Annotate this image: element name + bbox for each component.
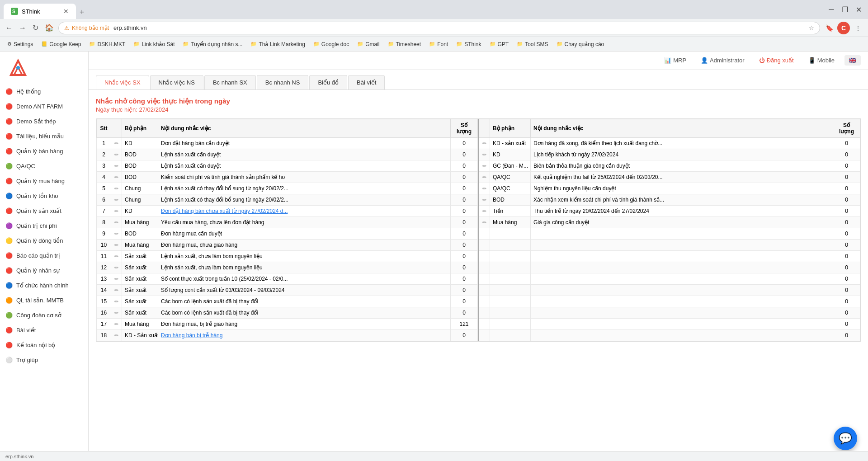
cell-edit-icon[interactable]: ✏ xyxy=(111,138,122,149)
close-button[interactable]: ✕ xyxy=(853,4,864,15)
flag-button[interactable]: 🇬🇧 xyxy=(844,55,861,66)
cell-edit-icon[interactable]: ✏ xyxy=(111,251,122,262)
bookmark-font[interactable]: 📁 Font xyxy=(425,40,452,49)
edit-icon[interactable]: ✏ xyxy=(114,265,118,270)
edit-icon[interactable]: ✏ xyxy=(482,163,486,169)
sidebar-item-tai-san[interactable]: 🟠 QL tài sản, MMTB xyxy=(0,293,88,308)
edit-icon[interactable]: ✏ xyxy=(114,197,118,202)
chat-fab-button[interactable]: 💬 xyxy=(834,427,857,450)
cell-edit-icon[interactable]: ✏ xyxy=(479,194,490,206)
app-logo[interactable] xyxy=(0,52,88,84)
home-button[interactable]: 🏠 xyxy=(43,22,56,34)
cell-edit-icon[interactable]: ✏ xyxy=(111,183,122,194)
noidung-link[interactable]: Đơn hàng bán bị trễ hàng xyxy=(161,332,222,339)
bookmark-tuyen-dung[interactable]: 📁 Tuyển dụng nhân s... xyxy=(179,40,246,49)
cell-edit-icon[interactable]: ✏ xyxy=(111,172,122,183)
sidebar-item-ke-toan[interactable]: 🔴 Kế toán nội bộ xyxy=(0,338,88,353)
cell-edit-icon[interactable] xyxy=(479,319,490,330)
bookmark-google-keep[interactable]: 📒 Google Keep xyxy=(38,40,85,49)
bookmark-star[interactable]: ☆ xyxy=(809,24,814,31)
sidebar-item-nhan-su[interactable]: 🔴 Quản lý nhân sự xyxy=(0,263,88,278)
sidebar-item-bao-cao[interactable]: 🔴 Báo cáo quản trị xyxy=(0,248,88,263)
bookmark-timesheet[interactable]: 📁 Timesheet xyxy=(384,40,425,49)
cell-edit-icon[interactable]: ✏ xyxy=(111,330,122,341)
cell-edit-icon[interactable]: ✏ xyxy=(479,149,490,160)
bookmark-gmail[interactable]: 📁 Gmail xyxy=(354,40,383,49)
edit-icon[interactable]: ✏ xyxy=(482,152,486,157)
bookmark-chay-quang-cao[interactable]: 📁 Chay quảng cáo xyxy=(553,40,608,49)
edit-icon[interactable]: ✏ xyxy=(114,299,118,304)
tab-bai-viet[interactable]: Bài viết xyxy=(348,75,385,89)
sidebar-item-hanh-chinh[interactable]: 🔵 Tổ chức hành chính xyxy=(0,278,88,293)
cell-edit-icon[interactable] xyxy=(479,273,490,285)
edit-icon[interactable]: ✏ xyxy=(114,152,118,157)
edit-icon[interactable]: ✏ xyxy=(482,186,486,191)
address-bar[interactable]: ⚠ Không bảo mật erp.sthink.vn ☆ xyxy=(58,22,820,34)
edit-icon[interactable]: ✏ xyxy=(114,174,118,180)
cell-edit-icon[interactable]: ✏ xyxy=(111,307,122,319)
cell-edit-icon[interactable] xyxy=(479,228,490,240)
mobile-button[interactable]: 📱 Mobile xyxy=(804,55,839,66)
cell-edit-icon[interactable] xyxy=(479,307,490,319)
sidebar-item-qaqc[interactable]: 🟢 QA/QC xyxy=(0,159,88,174)
cell-noidung[interactable]: Đơn hàng bán bị trễ hàng xyxy=(158,330,451,341)
edit-icon[interactable]: ✏ xyxy=(114,208,118,214)
cell-edit-icon[interactable] xyxy=(479,330,490,341)
cell-edit-icon[interactable]: ✏ xyxy=(111,319,122,330)
edit-icon[interactable]: ✏ xyxy=(114,333,118,338)
minimize-button[interactable]: ─ xyxy=(826,4,837,15)
sidebar-item-dong-tien[interactable]: 🟡 Quản lý dòng tiền xyxy=(0,233,88,248)
edit-icon[interactable]: ✏ xyxy=(114,186,118,191)
back-button[interactable]: ← xyxy=(4,22,14,34)
edit-icon[interactable]: ✏ xyxy=(482,174,486,180)
bookmark-link-khao-sat[interactable]: 📁 Link khảo Sát xyxy=(130,40,178,49)
active-tab[interactable]: S SThink ✕ xyxy=(4,4,76,19)
cell-edit-icon[interactable]: ✏ xyxy=(479,206,490,217)
mrp-button[interactable]: 📊 MRP xyxy=(660,55,691,66)
edit-icon[interactable]: ✏ xyxy=(114,242,118,248)
sidebar-item-san-xuat[interactable]: 🔴 Quản lý sản xuất xyxy=(0,203,88,218)
admin-button[interactable]: 👤 Administrator xyxy=(696,55,749,66)
edit-icon[interactable]: ✏ xyxy=(114,321,118,327)
edit-icon[interactable]: ✏ xyxy=(114,310,118,315)
noidung-link[interactable]: Đơn đặt hàng bán chưa xuất từ ngày 27/02… xyxy=(161,208,288,214)
tab-nhac-viec-sx[interactable]: Nhắc việc SX xyxy=(96,75,149,90)
bookmark-settings[interactable]: ⚙ Settings xyxy=(4,40,37,49)
bookmark-gpt[interactable]: 📁 GPT xyxy=(486,40,513,49)
edit-icon[interactable]: ✏ xyxy=(114,163,118,169)
cell-edit-icon[interactable]: ✏ xyxy=(479,138,490,149)
cell-edit-icon[interactable]: ✏ xyxy=(479,217,490,228)
cell-edit-icon[interactable]: ✏ xyxy=(479,172,490,183)
edit-icon[interactable]: ✏ xyxy=(114,231,118,236)
cell-edit-icon[interactable] xyxy=(479,240,490,251)
sidebar-item-chi-phi[interactable]: 🟣 Quản trị chi phí xyxy=(0,218,88,233)
bookmark-tha-link[interactable]: 📁 Thả Link Marketing xyxy=(247,40,308,49)
tab-close-button[interactable]: ✕ xyxy=(63,8,69,15)
cell-edit-icon[interactable]: ✏ xyxy=(111,149,122,160)
sidebar-item-quan-ly-ban-hang[interactable]: 🔴 Quản lý bán hàng xyxy=(0,144,88,159)
cell-edit-icon[interactable]: ✏ xyxy=(111,296,122,307)
edit-icon[interactable]: ✏ xyxy=(114,254,118,259)
cell-edit-icon[interactable]: ✏ xyxy=(111,194,122,206)
bookmark-tool-sms[interactable]: 📁 Tool SMS xyxy=(513,40,552,49)
cell-noidung[interactable]: Đơn đặt hàng bán chưa xuất từ ngày 27/02… xyxy=(158,206,451,217)
edit-icon[interactable]: ✏ xyxy=(482,141,486,146)
edit-icon[interactable]: ✏ xyxy=(114,276,118,282)
cell-edit-icon[interactable] xyxy=(479,251,490,262)
cell-edit-icon[interactable]: ✏ xyxy=(111,206,122,217)
bookmark-dskh[interactable]: 📁 DSKH.MKT xyxy=(85,40,129,49)
sidebar-item-quan-ly-mua-hang[interactable]: 🔴 Quản lý mua hàng xyxy=(0,174,88,188)
tab-nhac-viec-ns[interactable]: Nhắc việc NS xyxy=(150,75,203,89)
cell-edit-icon[interactable]: ✏ xyxy=(111,228,122,240)
sidebar-item-demo-ant-farm[interactable]: 🔴 Demo ANT FARM xyxy=(0,99,88,114)
sidebar-item-ton-kho[interactable]: 🔵 Quản lý tồn kho xyxy=(0,188,88,203)
reload-button[interactable]: ↻ xyxy=(31,22,40,34)
logout-button[interactable]: ⏻ Đăng xuất xyxy=(755,55,798,66)
profile-button[interactable]: C xyxy=(837,22,850,34)
cell-edit-icon[interactable] xyxy=(479,262,490,273)
cell-edit-icon[interactable]: ✏ xyxy=(111,240,122,251)
edit-icon[interactable]: ✏ xyxy=(114,141,118,146)
new-tab-button[interactable]: + xyxy=(76,6,88,19)
cell-edit-icon[interactable]: ✏ xyxy=(479,183,490,194)
bookmark-sthink[interactable]: 📁 SThink xyxy=(453,40,485,49)
